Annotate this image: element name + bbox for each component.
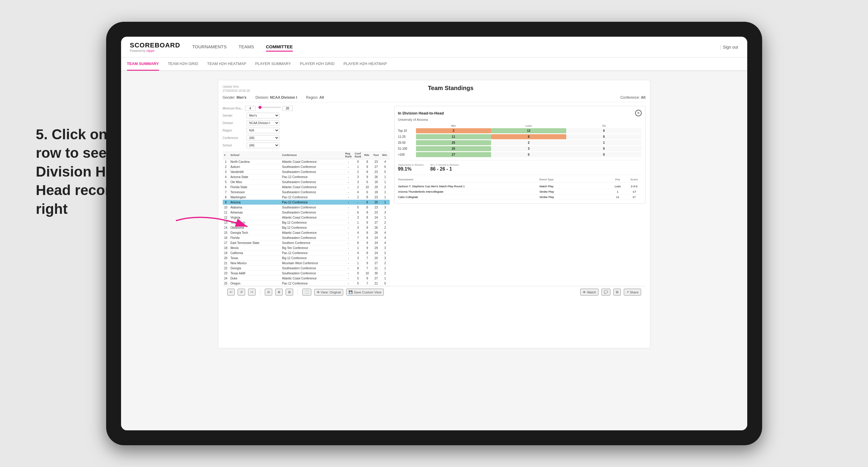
- row-win: 2: [381, 225, 390, 230]
- gender-select[interactable]: Men's: [247, 113, 279, 118]
- table-row[interactable]: 24 Duke Atlantic Coast Conference - 5 9 …: [223, 276, 390, 281]
- row-num: 6: [223, 185, 229, 190]
- nav-committee[interactable]: COMMITTEE: [266, 43, 293, 52]
- undo-button[interactable]: ↩: [227, 289, 235, 295]
- toolbar-right: 👁 Watch 💬 ⊞ ↗ Share: [580, 289, 641, 295]
- division-select[interactable]: NCAA Division I: [247, 120, 279, 126]
- sub-nav-team-h2h-heatmap[interactable]: TEAM H2H HEATMAP: [207, 57, 246, 71]
- table-row[interactable]: 13 Texas Tech Big 12 Conference - 1 9 27…: [223, 220, 390, 225]
- row-reg-rank: -: [343, 276, 353, 281]
- min-rounds-input[interactable]: [245, 106, 255, 111]
- nav-tournaments[interactable]: TOURNAMENTS: [192, 43, 227, 52]
- table-row[interactable]: 5 Ole Miss Southeastern Conference - 3 6…: [223, 180, 390, 185]
- region-select[interactable]: N/A: [247, 128, 279, 133]
- table-row[interactable]: 15 Georgia Tech Atlantic Coast Conferenc…: [223, 230, 390, 235]
- region-filter: Region N/A: [223, 128, 390, 133]
- zoom-in-button[interactable]: ⊕: [275, 289, 283, 295]
- panel-filters-row: Gender: Men's Division: NCAA Division I …: [223, 95, 646, 102]
- table-row[interactable]: 2 Auburn Southeastern Conference - 1 9 2…: [223, 164, 390, 169]
- row-win: 1: [381, 276, 390, 281]
- table-row[interactable]: 11 Arkansas Southeastern Conference - 6 …: [223, 210, 390, 215]
- row-rds: 7: [363, 266, 372, 271]
- table-row[interactable]: 16 Florida Southeastern Conference - 7 9…: [223, 235, 390, 240]
- h2h-close-button[interactable]: ✕: [635, 110, 642, 116]
- conference-select[interactable]: (All): [247, 135, 279, 141]
- sub-nav-team-summary[interactable]: TEAM SUMMARY: [127, 57, 159, 71]
- table-row[interactable]: 20 Texas Big 12 Conference - 3 7 20 3: [223, 255, 390, 261]
- clock-button[interactable]: 🕐: [302, 289, 311, 295]
- table-row[interactable]: 1 North Carolina Atlantic Coast Conferen…: [223, 159, 390, 164]
- row-conf-rank: 3: [353, 180, 363, 185]
- row-rds: 9: [363, 261, 372, 266]
- row-conference: Atlantic Coast Conference: [281, 215, 344, 220]
- table-row[interactable]: 19 California Pac-12 Conference - 4 8 24…: [223, 250, 390, 255]
- sub-nav-player-summary[interactable]: PLAYER SUMMARY: [255, 57, 291, 71]
- sub-nav-player-h2h-heatmap[interactable]: PLAYER H2H HEATMAP: [343, 57, 387, 71]
- table-row[interactable]: 17 East Tennessee State Southern Confere…: [223, 240, 390, 245]
- table-row[interactable]: 22 Georgia Southeastern Conference - 8 7…: [223, 266, 390, 271]
- zoom-out-button[interactable]: ⊖: [265, 289, 272, 295]
- row-rds: 8: [363, 159, 372, 164]
- row-school: Florida: [229, 235, 281, 240]
- row-conf-rank: 3: [353, 215, 363, 220]
- sub-nav-team-h2h-grid[interactable]: TEAM H2H GRID: [168, 57, 198, 71]
- max-rounds-input[interactable]: [282, 106, 293, 111]
- logo-area: SCOREBOARD Powered by clippd: [130, 41, 180, 53]
- sign-out-button[interactable]: Sign out: [723, 45, 738, 50]
- school-select[interactable]: (All): [247, 143, 279, 148]
- row-tour: 23: [372, 195, 381, 200]
- row-school: Texas Tech: [229, 220, 281, 225]
- sub-nav-player-h2h-grid[interactable]: PLAYER H2H GRID: [300, 57, 335, 71]
- row-rds: 8: [363, 169, 372, 175]
- table-row[interactable]: 25 Oregon Pac-12 Conference - 5 7 21 0: [223, 281, 390, 286]
- row-num: 3: [223, 169, 229, 175]
- table-row[interactable]: 7 Tennessee Southeastern Conference - 4 …: [223, 190, 390, 195]
- row-reg-rank: -: [343, 250, 353, 255]
- row-tour: 26: [372, 225, 381, 230]
- row-conf-rank: 3: [353, 225, 363, 230]
- row-reg-rank: -: [343, 185, 353, 190]
- grid-button[interactable]: ⊞: [613, 289, 621, 295]
- row-tour: 27: [372, 276, 381, 281]
- table-row[interactable]: 23 Texas A&M Southeastern Conference - 9…: [223, 271, 390, 276]
- row-school: Arizona State: [229, 175, 281, 180]
- row-tour: 18: [372, 180, 381, 185]
- col-conf-rank: Conf Rank: [353, 151, 363, 159]
- table-row[interactable]: 14 Oklahoma Big 12 Conference - 3 8 26 2: [223, 225, 390, 230]
- nav-teams[interactable]: TEAMS: [239, 43, 254, 52]
- reset-button[interactable]: ↺: [238, 289, 245, 295]
- row-school: California: [229, 250, 281, 255]
- rounds-slider[interactable]: [257, 107, 281, 108]
- row-reg-rank: -: [343, 169, 353, 175]
- h2h-tournaments: Tournament Event Type Pos Score Jackson …: [398, 178, 642, 200]
- row-rds: 9: [363, 276, 372, 281]
- row-num: 13: [223, 220, 229, 225]
- h2h-divider-2: [398, 175, 642, 175]
- table-row[interactable]: 3 Vanderbilt Southeastern Conference - 2…: [223, 169, 390, 175]
- table-row[interactable]: 18 Illinois Big Ten Conference - 1 9 29 …: [223, 245, 390, 250]
- fit-button[interactable]: ⊞: [286, 289, 293, 295]
- row-rds: 8: [363, 195, 372, 200]
- col-school: School: [229, 151, 281, 159]
- table-row[interactable]: 4 Arizona State Pac-12 Conference - 3 9 …: [223, 175, 390, 180]
- table-row[interactable]: 10 Alabama Southeastern Conference - 5 8…: [223, 205, 390, 210]
- h2h-2650-tie: 1: [566, 140, 641, 145]
- redo-button[interactable]: ↪: [248, 289, 255, 295]
- share-button[interactable]: ↗ Share: [624, 289, 641, 295]
- table-row[interactable]: 21 New Mexico Mountain West Conference -…: [223, 261, 390, 266]
- table-row[interactable]: 9 Arizona Pac-12 Conference - - 6 20 1: [223, 200, 390, 205]
- comment-button[interactable]: 💬: [601, 289, 610, 295]
- save-custom-button[interactable]: 💾 Save Custom View: [346, 289, 384, 295]
- sub-nav: TEAM SUMMARY TEAM H2H GRID TEAM H2H HEAT…: [121, 58, 747, 71]
- table-row[interactable]: 8 Washington Pac-12 Conference - 2 8 23 …: [223, 195, 390, 200]
- row-win: 1: [381, 190, 390, 195]
- h2h-51100-loss: 3: [491, 146, 566, 151]
- row-win: 1: [381, 180, 390, 185]
- table-row[interactable]: 12 Virginia Atlantic Coast Conference - …: [223, 215, 390, 220]
- row-win: 4: [381, 230, 390, 235]
- view-original-button[interactable]: 👁 View: Original: [314, 289, 343, 295]
- row-school: Tennessee: [229, 190, 281, 195]
- watch-button[interactable]: 👁 Watch: [580, 289, 598, 295]
- row-conference: Southeastern Conference: [281, 180, 344, 185]
- table-row[interactable]: 6 Florida State Atlantic Coast Conferenc…: [223, 185, 390, 190]
